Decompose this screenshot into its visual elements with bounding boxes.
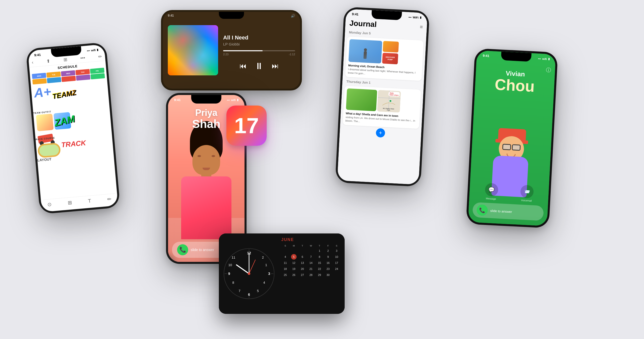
- cal-day: [334, 272, 339, 278]
- cal-day-19: 19: [291, 266, 297, 272]
- rewind-button[interactable]: ⏮: [239, 62, 247, 70]
- answer-button[interactable]: 📞: [177, 244, 188, 255]
- vivian-message-action[interactable]: 💬 Message: [485, 183, 498, 201]
- battery-icon: ▮: [237, 98, 238, 102]
- clock-svg: 12 3 6 9 2 1 11 10 4 5 7 8: [223, 247, 275, 300]
- svg-text:10: 10: [228, 263, 232, 267]
- journal-screen: 9:41 ▪▪▪ WiFi ▮ Journal ≡ Monday Jun 5: [337, 9, 427, 185]
- vivian-content: 9:41 ▪▪▪ wifi ▮ ⓘ Vivian Chou: [468, 50, 556, 226]
- notes-time: 9:41: [34, 53, 41, 57]
- album-art: [168, 25, 218, 75]
- cal-header-t2: T: [315, 244, 324, 248]
- journal-photos-2: Walk6560 steps Mt. Diablo State Park: [346, 88, 418, 114]
- memoji-glasses: [501, 144, 522, 150]
- more-icon[interactable]: •••: [80, 55, 86, 61]
- cal-day-23: 23: [325, 266, 331, 272]
- cal-day-16: 16: [325, 260, 331, 266]
- notes-bottom-search[interactable]: ⊙: [47, 201, 52, 208]
- cal-day-25: 25: [283, 272, 288, 278]
- walk-badge: Walk6560 steps: [388, 91, 400, 96]
- vivian-call-bottom: 💬 Message 📨 Voicemail 📞 slide to answer: [468, 179, 549, 226]
- svg-text:5: 5: [257, 289, 259, 293]
- journal-photo-map: Walk6560 steps Mt. Diablo State Park: [377, 90, 401, 113]
- back-icon[interactable]: ‹: [32, 60, 34, 65]
- schedule-cell: WED: [61, 70, 75, 76]
- cal-day-13: 13: [300, 260, 305, 266]
- signal-icon: ▪▪▪: [87, 49, 90, 52]
- signal-icon: ▪▪▪: [538, 57, 541, 60]
- music-content: All I Need LP Giobbi 2:23 -1:12 ⏮ ⏸ ⏭: [163, 12, 300, 89]
- cal-day: [291, 248, 297, 254]
- svg-text:4: 4: [263, 281, 265, 284]
- journal-add-button[interactable]: +: [376, 128, 385, 138]
- phone-notes: 9:41 ▪▪▪ wifi ▮ ‹ ⬆ ⊞ ••• ✏ SCHEDULE MON…: [26, 42, 120, 214]
- filter-icon[interactable]: ≡: [420, 24, 423, 30]
- vivian-message-label: Message: [486, 197, 496, 200]
- elapsed-time: 2:23: [223, 53, 228, 56]
- svg-text:8: 8: [232, 281, 234, 284]
- slide-label: slide to answer: [191, 248, 214, 252]
- add-box-icon[interactable]: ⊞: [63, 57, 67, 63]
- calendar-side: JUNE S M T W T F S 1 2 3 4 5 6 7 8 9 10: [279, 233, 345, 314]
- vivian-status-icons: ▪▪▪ wifi ▮: [538, 57, 550, 61]
- left-lens: [502, 144, 511, 150]
- cal-header-m: M: [290, 244, 298, 248]
- cal-day-26: 26: [291, 272, 297, 278]
- schedule-cell: [32, 78, 47, 84]
- racetrack-illustration: [37, 142, 61, 158]
- vivian-answer-button[interactable]: 📞: [476, 204, 488, 216]
- journal-photo-beach: [348, 39, 382, 64]
- team-outfit-image: [36, 114, 54, 131]
- volume-icon: 🔊: [291, 14, 295, 18]
- share-icon[interactable]: ⬆: [46, 58, 51, 64]
- pause-button[interactable]: ⏸: [255, 61, 264, 71]
- phone-vivian: 9:41 ▪▪▪ wifi ▮ ⓘ Vivian Chou: [466, 48, 558, 228]
- cal-day-5-today: 5: [291, 254, 297, 260]
- journal-entry-1: DISCOVERPUMP Morning visit, Ocean Beach …: [345, 36, 424, 81]
- vivian-slide-to-answer[interactable]: 📞 slide to answer: [472, 202, 544, 221]
- wifi-icon: wifi: [91, 48, 96, 52]
- cal-day-24: 24: [334, 266, 339, 272]
- vivian-info-icon[interactable]: ⓘ: [546, 67, 551, 74]
- priya-jacket: [181, 176, 231, 239]
- notes-bottom-text[interactable]: T: [88, 198, 91, 204]
- vivian-voicemail-action[interactable]: 📨 Voicemail: [520, 185, 534, 202]
- journal-photo-side: DISCOVERPUMP: [382, 41, 399, 64]
- svg-text:1: 1: [265, 263, 267, 267]
- cal-day-12: 12: [291, 260, 297, 266]
- sticker-teamz: TEAMZ: [51, 88, 77, 100]
- cal-day-17: 17: [334, 260, 339, 266]
- journal-time: 9:41: [352, 12, 359, 16]
- map-location: Mt. Diablo State Park: [383, 108, 394, 111]
- cal-day-21: 21: [308, 266, 314, 272]
- priya-time: 9:41: [174, 98, 181, 102]
- music-notch: [219, 12, 244, 19]
- journal-photos-1: DISCOVERPUMP: [348, 39, 421, 66]
- cal-day-27: 27: [300, 272, 305, 278]
- notes-bottom-compose[interactable]: ✏: [107, 196, 112, 202]
- music-info: All I Need LP Giobbi 2:23 -1:12 ⏮ ⏸ ⏭: [223, 29, 295, 71]
- battery-icon: ▮: [548, 57, 550, 61]
- cal-day-20: 20: [300, 266, 305, 272]
- journal-photo-small-1: [383, 41, 399, 53]
- notes-status-icons: ▪▪▪ wifi ▮: [87, 48, 99, 52]
- music-progress-bar[interactable]: [223, 50, 295, 51]
- journal-notch: [371, 10, 402, 20]
- compose-icon[interactable]: ✏: [98, 54, 102, 60]
- label-layout: LAYOUT: [37, 157, 52, 162]
- wifi-icon: wifi: [542, 57, 547, 60]
- cal-day-28: 28: [308, 272, 314, 278]
- fast-forward-button[interactable]: ⏭: [272, 62, 279, 70]
- sticker-track: TRACK: [61, 139, 86, 149]
- cal-day: [300, 248, 305, 254]
- music-timestamps: 2:23 -1:12: [223, 53, 295, 56]
- notes-bottom-grid[interactable]: ⊞: [67, 200, 72, 206]
- schedule-cell: FRI: [90, 68, 105, 74]
- cal-header-t: T: [298, 244, 306, 248]
- album-art-visual: [168, 25, 218, 75]
- cal-day-30: 30: [325, 272, 331, 278]
- cal-day: [283, 248, 288, 254]
- cal-day-9: 9: [325, 254, 331, 260]
- schedule-cell: TUE: [46, 71, 61, 78]
- clock-calendar-widget: 12 3 6 9 2 1 11 10 4 5 7 8 JUNE S M: [219, 233, 345, 314]
